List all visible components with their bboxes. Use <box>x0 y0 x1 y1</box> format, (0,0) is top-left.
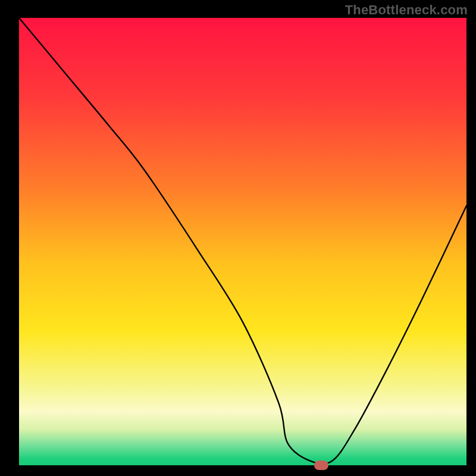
chart-frame: TheBottleneck.com <box>0 0 476 476</box>
selected-point-marker <box>314 461 328 470</box>
plot-background <box>19 18 466 465</box>
bottleneck-chart <box>0 0 476 476</box>
